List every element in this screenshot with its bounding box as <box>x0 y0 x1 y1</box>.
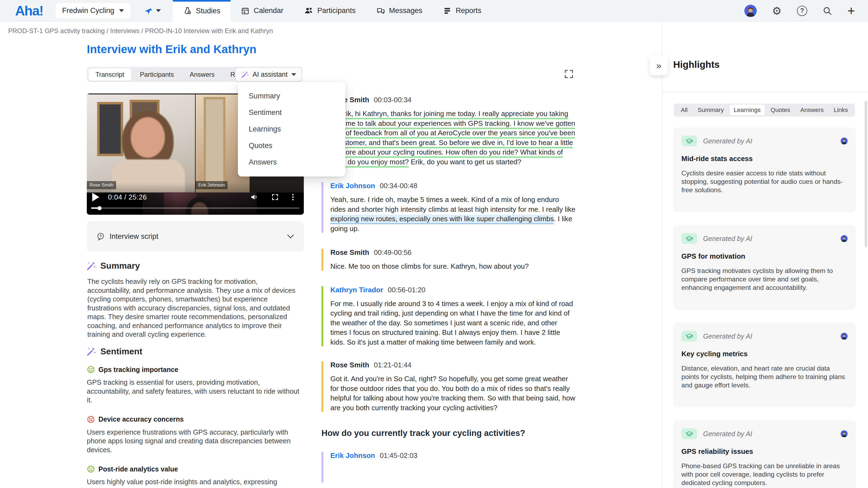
generated-by-ai-label: Generated by AI <box>703 137 752 145</box>
highlight-text: Distance, elevation, and heart rate are … <box>681 364 848 389</box>
sentiment-item: Gps tracking importance GPS tracking is … <box>87 365 301 404</box>
highlight-card[interactable]: Generated by AI GPS reliability issues P… <box>673 420 856 488</box>
video-menu-button[interactable] <box>292 193 294 201</box>
highlight-title: Mid-ride stats access <box>681 155 848 163</box>
timestamp[interactable]: 00:34-00:48 <box>380 182 417 190</box>
filter-tab-all[interactable]: All <box>677 105 692 116</box>
interview-script-toggle[interactable]: ? Interview script <box>87 221 304 252</box>
nav-tab-calendar[interactable]: Calendar <box>230 0 294 22</box>
learning-chip <box>681 331 697 341</box>
studies-icon <box>183 6 192 15</box>
learning-chip <box>681 233 697 244</box>
tab-transcript[interactable]: Transcript <box>88 68 131 81</box>
ai-assistant-menu: Summary Sentiment Learnings Quotes Answe… <box>238 82 345 176</box>
search-button[interactable] <box>823 6 832 16</box>
calendar-icon <box>241 6 250 15</box>
divider <box>662 92 868 92</box>
highlight-title: GPS reliability issues <box>681 447 848 456</box>
transcript-block: Erik Johnson 00:34-00:48 Yeah, sure. I r… <box>330 181 576 233</box>
ai-wand-icon <box>86 347 96 357</box>
app-window: Aha! Fredwin Cycling Studies <box>0 0 868 488</box>
smiley-positive-icon <box>87 365 95 373</box>
timestamp[interactable]: 00:49-00:56 <box>374 248 411 257</box>
timestamp[interactable]: 01:45-02:03 <box>380 451 417 459</box>
help-button[interactable]: ? <box>797 6 807 16</box>
highlight-card[interactable]: Generated by AI Mid-ride stats access Cy… <box>673 127 856 212</box>
transcript-block: Kathryn Tirador 00:56-01:20 For me. I us… <box>330 285 576 347</box>
sidebar-collapse-button[interactable]: » <box>650 55 668 75</box>
settings-button[interactable]: ⚙ <box>772 5 782 16</box>
speaker-color-bar <box>321 182 323 233</box>
scrollbar-thumb[interactable] <box>865 101 867 247</box>
transcript-text: Yeah, sure. I ride oh, maybe 5 times a w… <box>330 195 575 214</box>
speaker-name-link[interactable]: Erik Johnson <box>330 451 375 459</box>
highlight-title: GPS for motivation <box>681 252 848 261</box>
tab-answers[interactable]: Answers <box>183 68 222 81</box>
fullscreen-icon <box>271 193 279 201</box>
workspace-switcher[interactable]: Fredwin Cycling <box>56 3 130 19</box>
transcript-text: Got it. And you're in So Cal, right? So … <box>330 374 576 413</box>
menu-item-learnings[interactable]: Learnings <box>238 121 345 137</box>
filter-tab-quotes[interactable]: Quotes <box>766 105 795 116</box>
avatar <box>841 333 848 340</box>
participants-icon <box>304 6 313 15</box>
nav-tab-reports[interactable]: Reports <box>433 0 492 22</box>
timestamp[interactable]: 01:21-01:44 <box>374 361 411 369</box>
timestamp[interactable]: 00:56-01:20 <box>388 286 426 294</box>
transcript-question-heading: How do you currently track your cycling … <box>321 428 576 438</box>
blue-highlighted-text[interactable]: exploring new routes, especially ones wi… <box>330 215 554 224</box>
sentiment-item: Device accuracy concerns Users experienc… <box>87 415 301 454</box>
video-controls: 0:04 / 25:26 <box>87 190 304 204</box>
menu-item-quotes[interactable]: Quotes <box>238 137 345 154</box>
video-progress-bar[interactable] <box>91 207 300 209</box>
highlight-card[interactable]: Generated by AI Key cycling metrics Dist… <box>673 323 856 407</box>
nav-tab-participants[interactable]: Participants <box>294 0 366 22</box>
top-navbar: Aha! Fredwin Cycling Studies <box>0 0 868 22</box>
nav-tab-studies[interactable]: Studies <box>173 0 230 22</box>
quick-nav-button[interactable] <box>144 6 161 15</box>
video-progress-handle[interactable] <box>97 206 101 210</box>
svg-text:?: ? <box>99 234 102 238</box>
speaker-name-link[interactable]: Erik Johnson <box>330 182 375 190</box>
highlight-text: Cyclists desire easier access to ride st… <box>681 169 848 194</box>
aha-logo[interactable]: Aha! <box>15 3 43 19</box>
user-avatar[interactable] <box>744 5 757 17</box>
highlights-sidebar: » Highlights All Summary Learnings Quote… <box>662 22 868 488</box>
video-fullscreen-button[interactable] <box>271 193 279 201</box>
highlight-card[interactable]: Generated by AI GPS for motivation GPS t… <box>673 225 856 310</box>
filter-tab-learnings[interactable]: Learnings <box>730 105 765 116</box>
menu-item-sentiment[interactable]: Sentiment <box>238 104 345 121</box>
filter-tab-summary[interactable]: Summary <box>693 105 728 116</box>
video-time-display: 0:04 / 25:26 <box>108 193 147 201</box>
filter-tab-answers[interactable]: Answers <box>796 105 828 116</box>
fullscreen-button[interactable] <box>563 68 575 80</box>
highlights-filter-tabs: All Summary Learnings Quotes Answers Lin… <box>674 104 855 117</box>
breadcrumb[interactable]: PROD-ST-1 GPS activity tracking / Interv… <box>8 27 273 35</box>
ai-assistant-button[interactable]: AI assistant <box>235 67 302 82</box>
play-button[interactable] <box>92 193 99 201</box>
learning-chip <box>681 428 697 439</box>
sentiment-item-title: Post-ride analytics value <box>98 465 178 473</box>
volume-button[interactable] <box>250 193 258 201</box>
create-button[interactable]: + <box>847 4 855 18</box>
summary-text: The cyclists heavily rely on GPS trackin… <box>87 277 302 339</box>
record-tabs: Transcript Participants Answers Report <box>87 67 258 82</box>
transcript-block: Erik Johnson 01:45-02:03 <box>330 451 576 483</box>
menu-item-summary[interactable]: Summary <box>238 88 345 104</box>
kebab-menu-icon <box>292 193 294 201</box>
avatar <box>841 235 848 242</box>
graduation-cap-icon <box>685 235 693 242</box>
tab-participants[interactable]: Participants <box>133 68 181 81</box>
search-icon <box>823 6 832 16</box>
decorative-shape <box>204 97 225 189</box>
transcript-text: For me. I usually ride around 3 to 4 tim… <box>330 299 576 347</box>
timestamp[interactable]: 00:03-00:34 <box>374 96 411 104</box>
nav-tab-messages[interactable]: Messages <box>366 0 433 22</box>
speaker-name-link[interactable]: Kathryn Tirador <box>330 286 383 294</box>
speaker-color-bar <box>321 249 323 271</box>
generated-by-ai-label: Generated by AI <box>703 332 752 340</box>
filter-tab-links[interactable]: Links <box>829 105 852 116</box>
page-title: Interview with Erik and Kathryn <box>87 43 256 56</box>
highlight-text: Phone-based GPS tracking can be unreliab… <box>681 462 848 487</box>
menu-item-answers[interactable]: Answers <box>238 154 345 170</box>
